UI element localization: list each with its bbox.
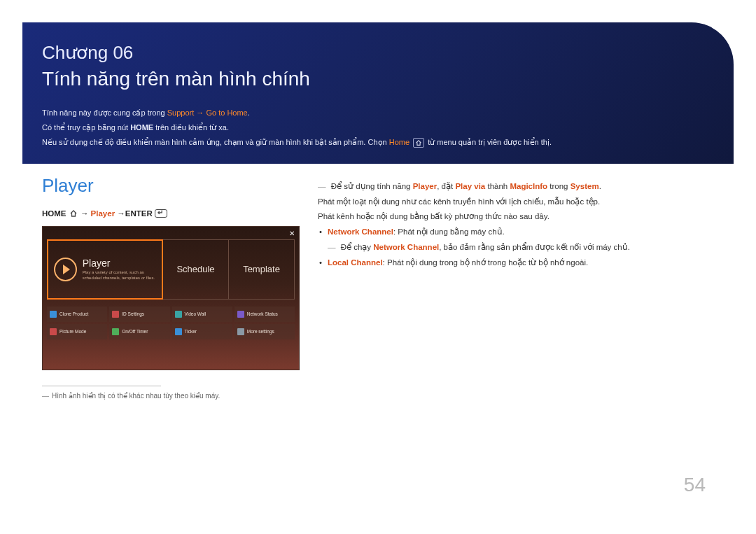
mini-label: ID Settings (122, 311, 144, 316)
chapter-label: Chương 06 (42, 42, 714, 64)
hl-bold: Network Channel (328, 227, 393, 236)
nav-home: HOME (42, 209, 66, 218)
mini-label: Picture Mode (59, 329, 86, 334)
highlight-text: Home (389, 138, 410, 146)
text: Có thể truy cập bằng nút (42, 123, 130, 132)
left-column: Player HOME → Player →ENTER ✕ Player Pla… (42, 175, 300, 400)
hl-bold: System (570, 182, 599, 190)
footnote: ―Hình ảnh hiển thị có thể khác nhau tùy … (42, 392, 300, 400)
sub-note: Để chạy Network Channel, bảo đảm rằng sả… (328, 240, 714, 255)
body-text: Phát một loạt nội dung như các kênh truy… (318, 195, 714, 210)
home-icon (413, 138, 424, 148)
tile-icon (175, 328, 182, 335)
mini-tile-grid: Clone Product ID Settings Video Wall Net… (47, 307, 295, 339)
hl-bold: Network Channel (373, 243, 439, 251)
section-title: Player (42, 175, 300, 197)
arrow: → (115, 209, 125, 218)
tile-player-text: Player Play a variety of content, such a… (83, 258, 156, 281)
play-icon (54, 258, 77, 281)
text: : Phát nội dung bằng máy chủ. (393, 227, 505, 236)
close-icon: ✕ (289, 230, 295, 237)
content-area: Player HOME → Player →ENTER ✕ Player Pla… (22, 164, 734, 400)
mini-label: On/Off Timer (122, 329, 148, 334)
mini-label: Clone Product (59, 311, 88, 316)
tile-icon (50, 311, 57, 318)
text: , bảo đảm rằng sản phẩm được kết nối với… (439, 243, 630, 251)
ui-screenshot: ✕ Player Play a variety of content, such… (42, 226, 300, 370)
mini-label: Ticker (185, 329, 197, 334)
page-title: Tính năng trên màn hình chính (42, 68, 714, 90)
mini-tile: More settings (234, 324, 295, 339)
mini-tile: ID Settings (109, 307, 169, 322)
right-column: Để sử dụng tính năng Player, đặt Play vi… (318, 175, 714, 400)
highlight-text: Support → Go to Home (167, 108, 248, 117)
text: . (599, 182, 601, 190)
mini-label: More settings (247, 329, 274, 334)
body-text: Phát kênh hoặc nội dung bằng bất kỳ phươ… (318, 209, 714, 225)
text: trong (547, 182, 570, 190)
text: . (248, 108, 250, 117)
tile-icon (175, 311, 182, 318)
hl-bold: Player (413, 182, 438, 190)
hl-bold: Local Channel (328, 258, 383, 267)
nav-enter: ENTER (125, 209, 153, 218)
mini-tile: Ticker (172, 324, 232, 339)
tile-template: Template (229, 239, 295, 300)
intro-line-1: Tính năng này được cung cấp trong Suppor… (42, 106, 714, 120)
hl-bold: Play via (455, 182, 485, 190)
enter-icon (155, 209, 167, 218)
note-line: Để sử dụng tính năng Player, đặt Play vi… (318, 179, 714, 195)
mini-label: Video Wall (185, 311, 206, 316)
page: Chương 06 Tính năng trên màn hình chính … (22, 22, 734, 512)
tile-title: Player (83, 258, 156, 269)
header-band: Chương 06 Tính năng trên màn hình chính … (22, 22, 734, 164)
mini-tile: Network Status (234, 307, 295, 322)
tile-icon (112, 311, 119, 318)
tile-schedule: Schedule (163, 239, 229, 300)
intro-line-3: Nếu sử dụng chế độ điều khiển màn hình c… (42, 135, 714, 150)
tile-subtitle: Play a variety of content, such as sched… (83, 270, 156, 281)
dash: ― (42, 392, 49, 400)
text: thành (485, 182, 510, 190)
text: trên điều khiển từ xa. (153, 123, 229, 132)
hl-bold: MagicInfo (510, 182, 547, 190)
mini-tile: Picture Mode (47, 324, 107, 339)
tile-icon (237, 328, 244, 335)
mini-label: Network Status (247, 311, 278, 316)
text: từ menu quản trị viên được hiển thị. (428, 138, 552, 146)
page-number: 54 (684, 474, 706, 496)
arrow: → (78, 209, 91, 218)
tile-icon (50, 328, 57, 335)
bullet-item: Local Channel: Phát nội dung trong bộ nh… (318, 255, 714, 271)
bold-text: HOME (130, 123, 153, 132)
tile-icon (112, 328, 119, 335)
text: Tính năng này được cung cấp trong (42, 108, 167, 117)
text: , đặt (437, 182, 455, 190)
home-icon (69, 209, 78, 219)
footnote-rule (42, 386, 161, 386)
text: : Phát nội dung trong bộ nhớ trong hoặc … (383, 258, 589, 267)
mini-tile: On/Off Timer (109, 324, 169, 339)
text: Để sử dụng tính năng (331, 182, 413, 190)
text: Để chạy (341, 243, 374, 251)
tile-player: Player Play a variety of content, such a… (47, 239, 163, 300)
text: Nếu sử dụng chế độ điều khiển màn hình c… (42, 138, 389, 146)
mini-tile: Clone Product (47, 307, 107, 322)
tile-icon (237, 311, 244, 318)
intro-line-2: Có thể truy cập bằng nút HOME trên điều … (42, 120, 714, 135)
bullet-item: Network Channel: Phát nội dung bằng máy … (318, 225, 714, 240)
mini-tile: Video Wall (172, 307, 232, 322)
nav-path: HOME → Player →ENTER (42, 209, 300, 219)
top-tiles: Player Play a variety of content, such a… (47, 239, 295, 300)
nav-player: Player (91, 209, 115, 218)
footnote-text: Hình ảnh hiển thị có thể khác nhau tùy t… (52, 392, 220, 400)
